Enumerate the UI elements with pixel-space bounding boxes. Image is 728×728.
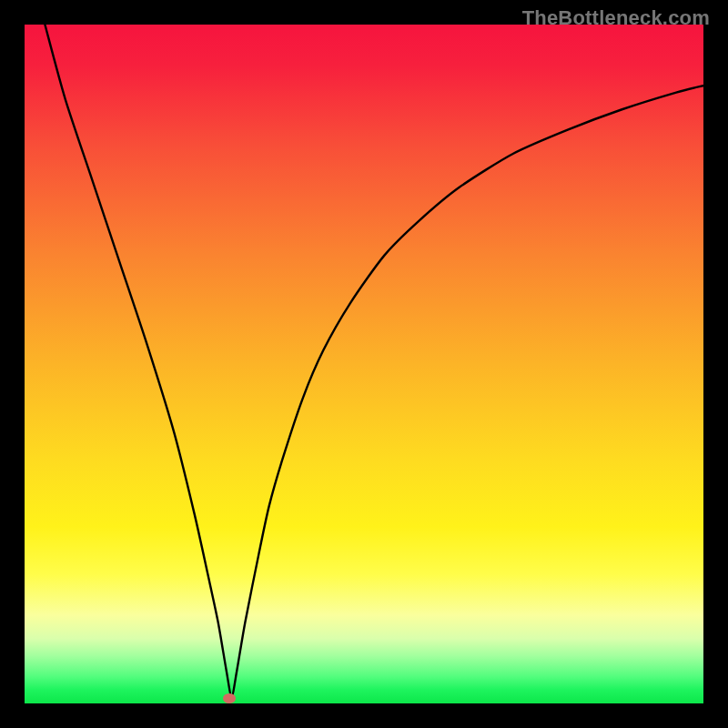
watermark-text: TheBottleneck.com [522, 6, 710, 30]
bottleneck-curve [25, 25, 703, 703]
plot-area [25, 25, 703, 703]
chart-container: TheBottleneck.com [0, 0, 728, 728]
